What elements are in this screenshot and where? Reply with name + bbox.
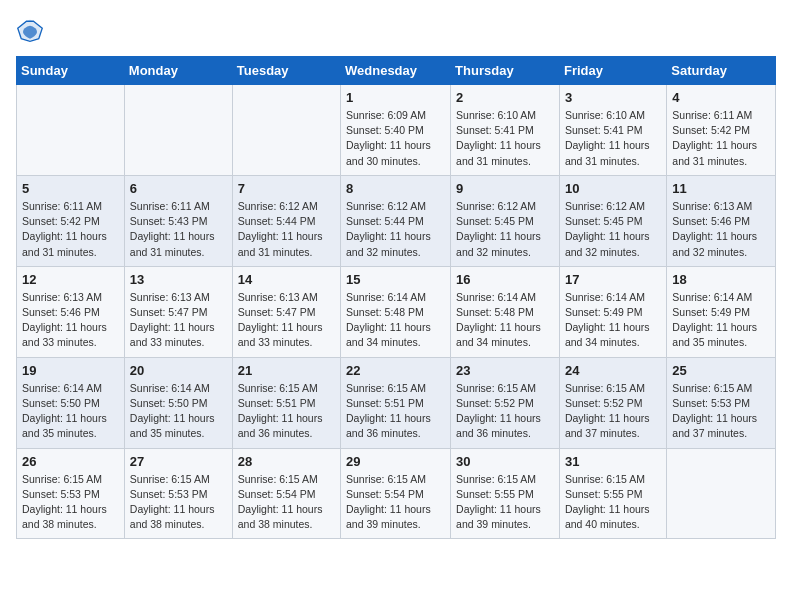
- day-info: Sunrise: 6:11 AM Sunset: 5:42 PM Dayligh…: [672, 108, 770, 169]
- day-number: 18: [672, 272, 770, 287]
- calendar-cell: 14Sunrise: 6:13 AM Sunset: 5:47 PM Dayli…: [232, 266, 340, 357]
- calendar-cell: [667, 448, 776, 539]
- calendar-cell: 10Sunrise: 6:12 AM Sunset: 5:45 PM Dayli…: [559, 175, 666, 266]
- calendar-week-row: 1Sunrise: 6:09 AM Sunset: 5:40 PM Daylig…: [17, 85, 776, 176]
- day-info: Sunrise: 6:12 AM Sunset: 5:44 PM Dayligh…: [346, 199, 445, 260]
- day-number: 10: [565, 181, 661, 196]
- calendar-cell: [17, 85, 125, 176]
- day-number: 5: [22, 181, 119, 196]
- day-info: Sunrise: 6:10 AM Sunset: 5:41 PM Dayligh…: [456, 108, 554, 169]
- day-number: 1: [346, 90, 445, 105]
- calendar-cell: [232, 85, 340, 176]
- calendar-cell: 13Sunrise: 6:13 AM Sunset: 5:47 PM Dayli…: [124, 266, 232, 357]
- day-number: 8: [346, 181, 445, 196]
- calendar-cell: 24Sunrise: 6:15 AM Sunset: 5:52 PM Dayli…: [559, 357, 666, 448]
- calendar-cell: 18Sunrise: 6:14 AM Sunset: 5:49 PM Dayli…: [667, 266, 776, 357]
- calendar-cell: 16Sunrise: 6:14 AM Sunset: 5:48 PM Dayli…: [451, 266, 560, 357]
- day-number: 4: [672, 90, 770, 105]
- day-info: Sunrise: 6:15 AM Sunset: 5:53 PM Dayligh…: [672, 381, 770, 442]
- calendar-week-row: 12Sunrise: 6:13 AM Sunset: 5:46 PM Dayli…: [17, 266, 776, 357]
- day-number: 11: [672, 181, 770, 196]
- day-number: 13: [130, 272, 227, 287]
- day-info: Sunrise: 6:14 AM Sunset: 5:50 PM Dayligh…: [22, 381, 119, 442]
- calendar-cell: 23Sunrise: 6:15 AM Sunset: 5:52 PM Dayli…: [451, 357, 560, 448]
- calendar-week-row: 26Sunrise: 6:15 AM Sunset: 5:53 PM Dayli…: [17, 448, 776, 539]
- calendar-cell: 22Sunrise: 6:15 AM Sunset: 5:51 PM Dayli…: [341, 357, 451, 448]
- day-number: 3: [565, 90, 661, 105]
- day-number: 14: [238, 272, 335, 287]
- day-info: Sunrise: 6:12 AM Sunset: 5:45 PM Dayligh…: [565, 199, 661, 260]
- day-number: 30: [456, 454, 554, 469]
- day-info: Sunrise: 6:15 AM Sunset: 5:53 PM Dayligh…: [130, 472, 227, 533]
- calendar-cell: 5Sunrise: 6:11 AM Sunset: 5:42 PM Daylig…: [17, 175, 125, 266]
- day-number: 23: [456, 363, 554, 378]
- calendar-cell: 9Sunrise: 6:12 AM Sunset: 5:45 PM Daylig…: [451, 175, 560, 266]
- day-number: 24: [565, 363, 661, 378]
- day-number: 19: [22, 363, 119, 378]
- calendar-cell: 29Sunrise: 6:15 AM Sunset: 5:54 PM Dayli…: [341, 448, 451, 539]
- weekday-header: Thursday: [451, 57, 560, 85]
- calendar-table: SundayMondayTuesdayWednesdayThursdayFrid…: [16, 56, 776, 539]
- calendar-cell: 17Sunrise: 6:14 AM Sunset: 5:49 PM Dayli…: [559, 266, 666, 357]
- day-number: 22: [346, 363, 445, 378]
- day-number: 31: [565, 454, 661, 469]
- day-number: 16: [456, 272, 554, 287]
- calendar-cell: 20Sunrise: 6:14 AM Sunset: 5:50 PM Dayli…: [124, 357, 232, 448]
- calendar-cell: 2Sunrise: 6:10 AM Sunset: 5:41 PM Daylig…: [451, 85, 560, 176]
- day-info: Sunrise: 6:15 AM Sunset: 5:51 PM Dayligh…: [346, 381, 445, 442]
- day-info: Sunrise: 6:14 AM Sunset: 5:49 PM Dayligh…: [672, 290, 770, 351]
- day-number: 25: [672, 363, 770, 378]
- weekday-header: Wednesday: [341, 57, 451, 85]
- day-number: 9: [456, 181, 554, 196]
- day-info: Sunrise: 6:13 AM Sunset: 5:46 PM Dayligh…: [672, 199, 770, 260]
- calendar-cell: 25Sunrise: 6:15 AM Sunset: 5:53 PM Dayli…: [667, 357, 776, 448]
- day-info: Sunrise: 6:10 AM Sunset: 5:41 PM Dayligh…: [565, 108, 661, 169]
- calendar-cell: 27Sunrise: 6:15 AM Sunset: 5:53 PM Dayli…: [124, 448, 232, 539]
- header: [16, 16, 776, 44]
- calendar-cell: 3Sunrise: 6:10 AM Sunset: 5:41 PM Daylig…: [559, 85, 666, 176]
- weekday-header: Tuesday: [232, 57, 340, 85]
- calendar-cell: [124, 85, 232, 176]
- day-info: Sunrise: 6:15 AM Sunset: 5:52 PM Dayligh…: [565, 381, 661, 442]
- calendar-cell: 19Sunrise: 6:14 AM Sunset: 5:50 PM Dayli…: [17, 357, 125, 448]
- calendar-cell: 12Sunrise: 6:13 AM Sunset: 5:46 PM Dayli…: [17, 266, 125, 357]
- calendar-week-row: 19Sunrise: 6:14 AM Sunset: 5:50 PM Dayli…: [17, 357, 776, 448]
- day-info: Sunrise: 6:15 AM Sunset: 5:51 PM Dayligh…: [238, 381, 335, 442]
- day-number: 2: [456, 90, 554, 105]
- day-info: Sunrise: 6:15 AM Sunset: 5:52 PM Dayligh…: [456, 381, 554, 442]
- weekday-header: Saturday: [667, 57, 776, 85]
- day-info: Sunrise: 6:09 AM Sunset: 5:40 PM Dayligh…: [346, 108, 445, 169]
- day-info: Sunrise: 6:14 AM Sunset: 5:48 PM Dayligh…: [346, 290, 445, 351]
- calendar-cell: 28Sunrise: 6:15 AM Sunset: 5:54 PM Dayli…: [232, 448, 340, 539]
- day-number: 29: [346, 454, 445, 469]
- day-number: 28: [238, 454, 335, 469]
- day-number: 6: [130, 181, 227, 196]
- calendar-cell: 7Sunrise: 6:12 AM Sunset: 5:44 PM Daylig…: [232, 175, 340, 266]
- weekday-header: Friday: [559, 57, 666, 85]
- day-info: Sunrise: 6:15 AM Sunset: 5:54 PM Dayligh…: [238, 472, 335, 533]
- day-number: 21: [238, 363, 335, 378]
- day-info: Sunrise: 6:15 AM Sunset: 5:53 PM Dayligh…: [22, 472, 119, 533]
- day-number: 17: [565, 272, 661, 287]
- day-number: 15: [346, 272, 445, 287]
- logo-icon: [16, 16, 44, 44]
- day-number: 26: [22, 454, 119, 469]
- calendar-cell: 31Sunrise: 6:15 AM Sunset: 5:55 PM Dayli…: [559, 448, 666, 539]
- day-info: Sunrise: 6:13 AM Sunset: 5:46 PM Dayligh…: [22, 290, 119, 351]
- calendar-header: SundayMondayTuesdayWednesdayThursdayFrid…: [17, 57, 776, 85]
- calendar-cell: 26Sunrise: 6:15 AM Sunset: 5:53 PM Dayli…: [17, 448, 125, 539]
- day-info: Sunrise: 6:11 AM Sunset: 5:42 PM Dayligh…: [22, 199, 119, 260]
- day-number: 7: [238, 181, 335, 196]
- calendar-cell: 11Sunrise: 6:13 AM Sunset: 5:46 PM Dayli…: [667, 175, 776, 266]
- day-info: Sunrise: 6:14 AM Sunset: 5:49 PM Dayligh…: [565, 290, 661, 351]
- day-info: Sunrise: 6:14 AM Sunset: 5:50 PM Dayligh…: [130, 381, 227, 442]
- day-info: Sunrise: 6:15 AM Sunset: 5:54 PM Dayligh…: [346, 472, 445, 533]
- calendar-cell: 8Sunrise: 6:12 AM Sunset: 5:44 PM Daylig…: [341, 175, 451, 266]
- day-info: Sunrise: 6:13 AM Sunset: 5:47 PM Dayligh…: [238, 290, 335, 351]
- day-info: Sunrise: 6:13 AM Sunset: 5:47 PM Dayligh…: [130, 290, 227, 351]
- day-info: Sunrise: 6:11 AM Sunset: 5:43 PM Dayligh…: [130, 199, 227, 260]
- calendar-week-row: 5Sunrise: 6:11 AM Sunset: 5:42 PM Daylig…: [17, 175, 776, 266]
- calendar-cell: 30Sunrise: 6:15 AM Sunset: 5:55 PM Dayli…: [451, 448, 560, 539]
- header-row: SundayMondayTuesdayWednesdayThursdayFrid…: [17, 57, 776, 85]
- calendar-body: 1Sunrise: 6:09 AM Sunset: 5:40 PM Daylig…: [17, 85, 776, 539]
